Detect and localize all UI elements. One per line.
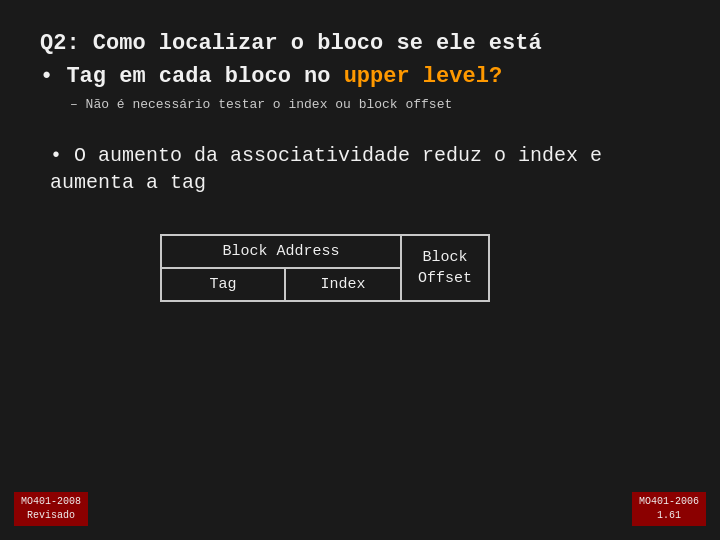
- title-line1: Q2: Como localizar o bloco se ele está: [40, 30, 680, 59]
- sub-bullet: – Não é necessário testar o index ou blo…: [70, 97, 680, 112]
- footer-right-line2: 1.61: [639, 509, 699, 523]
- diagram-table: Block Address BlockOffset Tag Index: [160, 234, 490, 302]
- title-text-no: no: [304, 64, 344, 89]
- tag-label: Tag: [209, 276, 236, 293]
- footer-left: MO401-2008 Revisado: [14, 492, 88, 526]
- title-text-line1: Q2: Como localizar o bloco se ele está: [40, 31, 542, 56]
- tag-cell: Tag: [161, 268, 285, 301]
- title-highlight: upper level?: [344, 64, 502, 89]
- index-label: Index: [320, 276, 365, 293]
- bullet2-line1: • O aumento da associatividade reduz o i…: [50, 142, 680, 169]
- bullet2: • O aumento da associatividade reduz o i…: [50, 142, 680, 196]
- footer-right: MO401-2006 1.61: [632, 492, 706, 526]
- footer-left-line1: MO401-2008: [21, 495, 81, 509]
- diagram-area: Block Address BlockOffset Tag Index: [160, 234, 490, 302]
- block-address-label: Block Address: [222, 243, 339, 260]
- footer-left-line2: Revisado: [21, 509, 81, 523]
- block-offset-cell: BlockOffset: [401, 235, 489, 301]
- index-cell: Index: [285, 268, 401, 301]
- slide: Q2: Como localizar o bloco se ele está •…: [0, 0, 720, 540]
- diagram-row-top: Block Address BlockOffset: [161, 235, 489, 268]
- title-line2: • Tag em cada bloco no upper level?: [40, 63, 680, 92]
- bullet2-line2: aumenta a tag: [50, 169, 680, 196]
- sub-bullet-text: – Não é necessário testar o index ou blo…: [70, 97, 452, 112]
- footer-right-line1: MO401-2006: [639, 495, 699, 509]
- block-address-cell: Block Address: [161, 235, 401, 268]
- title-text-prefix: • Tag em cada bloco: [40, 64, 291, 89]
